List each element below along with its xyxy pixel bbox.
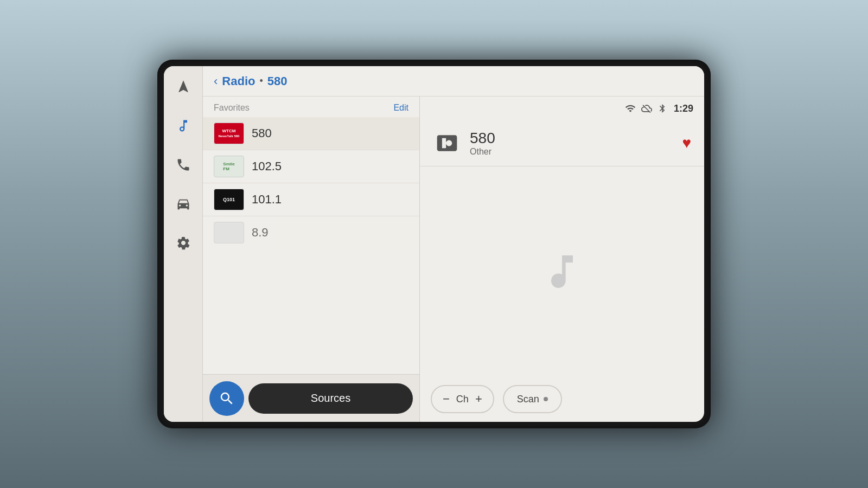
wifi-off-icon	[641, 103, 652, 114]
controls-bar: − Ch + Scan	[420, 376, 704, 422]
music-note-icon	[540, 250, 584, 293]
channel-minus-button[interactable]: −	[443, 392, 450, 406]
station-list: WTCM NewsTalk 580 580 SmileFM 102.5	[203, 117, 419, 374]
wtcm-logo: WTCM NewsTalk 580	[214, 123, 244, 144]
edit-button[interactable]: Edit	[393, 103, 409, 113]
header-title: Radio	[222, 74, 255, 88]
favorites-header: Favorites Edit	[203, 97, 419, 117]
sidebar-car-icon[interactable]	[171, 192, 195, 216]
sidebar	[164, 66, 203, 422]
bottom-bar: Sources	[203, 374, 419, 422]
header-frequency: 580	[267, 74, 288, 88]
music-area	[420, 166, 704, 376]
station-freq-1011: 101.1	[252, 192, 282, 207]
channel-control[interactable]: − Ch +	[431, 385, 494, 413]
channel-label: Ch	[456, 394, 469, 405]
station-989-logo	[214, 222, 244, 243]
scan-button[interactable]: Scan	[503, 385, 562, 413]
sidebar-phone-icon[interactable]	[171, 153, 195, 177]
station-item-1011[interactable]: Q101 101.1	[203, 183, 419, 216]
channel-plus-button[interactable]: +	[475, 392, 482, 406]
back-button[interactable]: ‹	[214, 74, 218, 88]
bluetooth-icon	[658, 103, 667, 114]
station-item-989[interactable]: 8.9	[203, 216, 419, 249]
screen-content: ‹ Radio • 580 Favorites Edit	[164, 66, 704, 422]
station-freq-580: 580	[252, 126, 272, 140]
header-bar: ‹ Radio • 580	[203, 66, 704, 97]
station-item-580[interactable]: WTCM NewsTalk 580 580	[203, 117, 419, 150]
favorites-panel: Favorites Edit WTCM NewsTalk 580 580	[203, 97, 420, 422]
right-panel: 1:29 580 Other ♥	[420, 97, 704, 422]
now-playing: 580 Other ♥	[420, 120, 704, 166]
playing-station-type: Other	[470, 147, 682, 157]
main-content: ‹ Radio • 580 Favorites Edit	[203, 66, 704, 422]
smilefm-logo: SmileFM	[214, 156, 244, 177]
status-time: 1:29	[674, 103, 693, 114]
q101-logo: Q101	[214, 189, 244, 210]
station-item-1025[interactable]: SmileFM 102.5	[203, 150, 419, 183]
sources-label: Sources	[311, 392, 350, 404]
panels-container: Favorites Edit WTCM NewsTalk 580 580	[203, 97, 704, 422]
signal-icon	[625, 103, 636, 114]
station-freq-1025: 102.5	[252, 159, 282, 174]
sidebar-settings-icon[interactable]	[171, 231, 195, 255]
scan-label: Scan	[517, 394, 539, 405]
station-freq-989: 8.9	[252, 226, 269, 240]
playing-station-num: 580	[470, 130, 682, 147]
favorites-label: Favorites	[214, 103, 250, 113]
scan-dot-indicator	[544, 397, 548, 401]
status-bar: 1:29	[420, 97, 704, 120]
sidebar-music-icon[interactable]	[171, 114, 195, 138]
sources-button[interactable]: Sources	[248, 383, 413, 414]
radio-icon	[433, 129, 461, 157]
status-icons	[625, 103, 667, 114]
search-button[interactable]	[209, 381, 244, 416]
favorite-heart-button[interactable]: ♥	[682, 134, 691, 152]
station-info: 580 Other	[470, 130, 682, 157]
infotainment-screen: ‹ Radio • 580 Favorites Edit	[157, 60, 711, 428]
sidebar-nav-icon[interactable]	[171, 75, 195, 99]
header-separator: •	[259, 75, 263, 87]
